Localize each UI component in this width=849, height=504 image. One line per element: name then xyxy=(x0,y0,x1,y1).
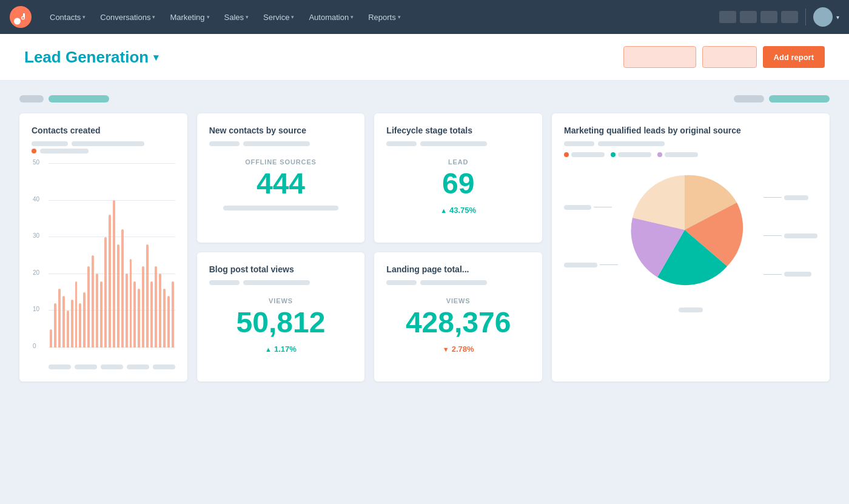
nc-bar xyxy=(223,206,338,210)
bar xyxy=(117,244,119,348)
lc-subtitle-bars xyxy=(386,141,530,146)
legend-bar xyxy=(40,149,89,153)
new-contacts-title: New contacts by source xyxy=(209,126,353,135)
pie-side-label-right-2 xyxy=(763,234,817,238)
nav-divider xyxy=(805,8,806,25)
subtitle-bar-1 xyxy=(32,141,68,146)
lifecycle-title: Lifecycle stage totals xyxy=(386,126,530,135)
blog-views-label: VIEWS xyxy=(209,297,353,304)
nc-source-label: OFFLINE SOURCES xyxy=(209,158,353,166)
bar xyxy=(87,266,90,348)
toolbar-left xyxy=(19,95,109,102)
new-contacts-card: New contacts by source OFFLINE SOURCES 4… xyxy=(197,113,365,243)
nav-item-service[interactable]: Service ▾ xyxy=(257,9,300,25)
title-chevron-icon: ▾ xyxy=(153,52,158,63)
page-title[interactable]: Lead Generation ▾ xyxy=(24,48,158,67)
legend-dot xyxy=(32,149,36,153)
bar xyxy=(96,274,98,348)
bar xyxy=(104,237,107,348)
pie-labels-right xyxy=(763,181,817,291)
contacts-created-card: Contacts created 50403020100 xyxy=(19,113,187,381)
landing-views-title: Landing page total... xyxy=(386,264,530,274)
avatar-chevron: ▾ xyxy=(836,14,839,21)
lc-change: ▲ 43.75% xyxy=(386,206,530,215)
contacts-subtitle-bars xyxy=(32,141,175,146)
nc-value: 444 xyxy=(209,169,353,198)
bar xyxy=(130,259,132,348)
bar xyxy=(92,255,94,348)
nav-item-marketing[interactable]: Marketing ▾ xyxy=(164,9,215,25)
filter-pill-1 xyxy=(19,95,44,102)
nav-icon-btn-1[interactable] xyxy=(719,11,736,23)
subtitle-bar-2 xyxy=(72,141,144,146)
page-header: Lead Generation ▾ Add report xyxy=(0,34,849,81)
landing-views-value: 428,376 xyxy=(386,308,530,337)
nav-item-sales[interactable]: Sales ▾ xyxy=(218,9,255,25)
chevron-down-icon: ▾ xyxy=(152,14,155,20)
chevron-down-icon: ▾ xyxy=(246,14,249,20)
action-pill-2 xyxy=(769,95,830,102)
actions-button[interactable] xyxy=(702,46,757,68)
nav-icon-btn-2[interactable] xyxy=(740,11,757,23)
pie-legend-row xyxy=(564,152,817,157)
dashboard: Contacts created 50403020100 xyxy=(0,81,849,504)
blog-views-value: 50,812 xyxy=(209,308,353,337)
mql-title: Marketing qualified leads by original so… xyxy=(564,126,817,135)
toolbar-right xyxy=(734,95,830,102)
lc-value: 69 xyxy=(386,169,530,198)
nav-item-contacts[interactable]: Contacts ▾ xyxy=(44,9,92,25)
up-arrow-icon: ▲ xyxy=(440,207,447,214)
bar xyxy=(62,296,65,348)
nav-item-conversations[interactable]: Conversations ▾ xyxy=(94,9,161,25)
add-report-button[interactable]: Add report xyxy=(763,46,825,68)
down-arrow-icon: ▼ xyxy=(443,346,449,353)
avatar[interactable] xyxy=(813,7,833,27)
bar xyxy=(142,266,144,348)
lc-source-label: LEAD xyxy=(386,158,530,166)
toolbar-row xyxy=(19,95,830,102)
chevron-down-icon: ▾ xyxy=(291,14,294,20)
pie-dot-3 xyxy=(657,152,662,157)
pie-legend-1 xyxy=(564,152,605,157)
bar xyxy=(109,215,111,348)
bar xyxy=(163,289,166,348)
nav-icon-btn-3[interactable] xyxy=(760,11,777,23)
x-label-4 xyxy=(127,365,149,369)
nc-subtitle-bars xyxy=(209,141,353,146)
nav-items: Contacts ▾ Conversations ▾ Marketing ▾ S… xyxy=(44,9,719,25)
up-arrow-icon: ▲ xyxy=(265,346,272,353)
bar xyxy=(58,289,61,348)
pie-side-label-right-1 xyxy=(763,195,817,200)
nav-icon-btn-4[interactable] xyxy=(781,11,798,23)
nav-item-automation[interactable]: Automation ▾ xyxy=(303,9,360,25)
mql-card: Marketing qualified leads by original so… xyxy=(552,113,830,381)
x-label-2 xyxy=(75,365,97,369)
x-label-5 xyxy=(153,365,175,369)
chevron-down-icon: ▾ xyxy=(207,14,210,20)
bar xyxy=(54,303,56,348)
bv-subtitle-bars xyxy=(209,280,353,285)
lv-subtitle-bars xyxy=(386,280,530,285)
bar xyxy=(172,281,174,348)
bar xyxy=(133,281,136,348)
chevron-down-icon: ▾ xyxy=(351,14,354,20)
bar xyxy=(113,200,115,348)
bar-chart: 50403020100 xyxy=(32,163,175,369)
pie-side-label-right-3 xyxy=(763,272,817,277)
customize-button[interactable] xyxy=(623,46,696,68)
pie-chart-area xyxy=(564,169,817,303)
bar xyxy=(138,289,140,348)
chevron-down-icon: ▾ xyxy=(398,14,401,20)
bar xyxy=(50,329,52,348)
pie-legend-3 xyxy=(657,152,698,157)
pie-label-bar-1 xyxy=(571,152,605,157)
bar xyxy=(155,266,157,348)
card-legend xyxy=(32,149,175,153)
bar xyxy=(79,303,81,348)
bar xyxy=(150,281,153,348)
bar xyxy=(159,274,161,348)
nav-item-reports[interactable]: Reports ▾ xyxy=(362,9,407,25)
blog-views-card: Blog post total views VIEWS 50,812 ▲ 1.1… xyxy=(197,252,365,381)
contacts-created-title: Contacts created xyxy=(32,126,175,135)
nav-right: ▾ xyxy=(719,7,839,27)
